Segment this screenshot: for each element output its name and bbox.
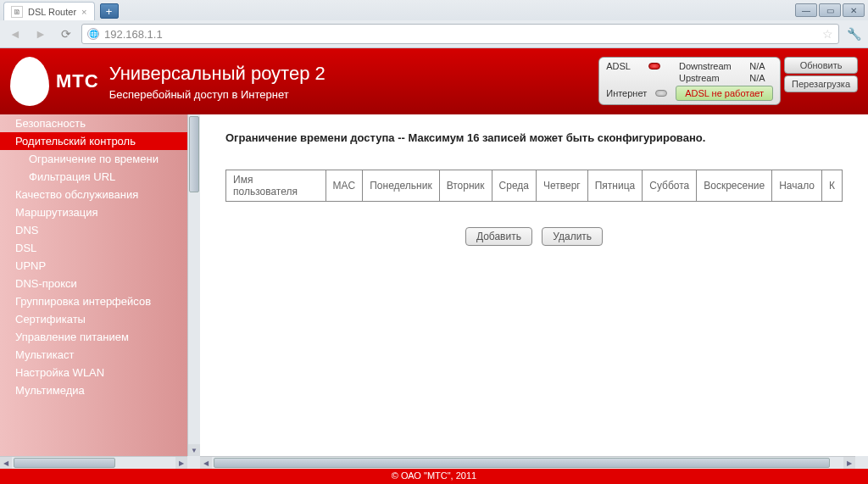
sidebar-item[interactable]: Фильтрация URL: [0, 168, 187, 186]
sidebar-item[interactable]: UPNP: [0, 257, 187, 275]
add-button[interactable]: Добавить: [465, 227, 532, 246]
page-subtitle: Бесперебойный доступ в Интернет: [109, 88, 326, 101]
new-tab-button[interactable]: +: [100, 3, 119, 19]
sidebar-item[interactable]: DNS-прокси: [0, 275, 187, 292]
content-hscrollbar[interactable]: ◀ ▶: [200, 456, 855, 469]
table-column-header: Суббота: [643, 170, 697, 202]
table-column-header: Четверг: [537, 170, 588, 202]
maximize-button[interactable]: ▭: [819, 3, 841, 17]
upstream-value: N/A: [749, 73, 773, 83]
downstream-value: N/A: [749, 61, 773, 71]
sidebar-item[interactable]: Маршрутизация: [0, 203, 187, 221]
reload-button[interactable]: ⟳: [56, 25, 76, 43]
url-text: 192.168.1.1: [104, 28, 817, 41]
time-restriction-table: Имя пользователяMACПонедельникВторникСре…: [225, 170, 843, 202]
sidebar-item[interactable]: Настройка WLAN: [0, 364, 187, 381]
scrollbar-thumb[interactable]: [214, 458, 830, 468]
settings-icon[interactable]: 🔧: [844, 25, 863, 43]
address-bar[interactable]: 🌐 192.168.1.1 ☆: [81, 24, 839, 44]
scrollbar-thumb[interactable]: [14, 458, 115, 468]
browser-chrome: 🗎 DSL Router × + — ▭ ✕ ◄ ► ⟳ 🌐 192.168.1…: [0, 0, 868, 48]
scrollbar-corner: [187, 456, 200, 469]
refresh-button[interactable]: Обновить: [784, 57, 858, 74]
table-column-header: MAC: [326, 170, 363, 202]
internet-led-icon: [655, 90, 667, 97]
scrollbar-thumb[interactable]: [189, 116, 199, 192]
scroll-right-icon[interactable]: ▶: [843, 457, 855, 469]
sidebar-vscrollbar[interactable]: ▼: [187, 114, 200, 456]
globe-icon: 🌐: [87, 28, 99, 40]
page-footer: © ОАО "МТС", 2011: [0, 469, 868, 484]
sidebar-item[interactable]: Мультикаст: [0, 346, 187, 364]
close-window-button[interactable]: ✕: [843, 3, 865, 17]
table-column-header: Начало: [772, 170, 822, 202]
table-column-header: Вторник: [439, 170, 492, 202]
table-column-header: К: [822, 170, 843, 202]
sidebar-hscrollbar[interactable]: ◀ ▶: [0, 456, 187, 469]
sidebar-item[interactable]: Управление питанием: [0, 328, 187, 346]
sidebar-item[interactable]: DSL: [0, 239, 187, 257]
table-column-header: Среда: [492, 170, 536, 202]
close-icon[interactable]: ×: [81, 7, 86, 17]
page-title: Универсальный роутер 2: [109, 63, 326, 85]
forward-button[interactable]: ►: [31, 25, 51, 43]
router-page: МТС Универсальный роутер 2 Бесперебойный…: [0, 48, 868, 484]
scroll-left-icon[interactable]: ◀: [200, 457, 212, 469]
content-heading: Ограничение времени доступа -- Максимум …: [225, 131, 843, 144]
scrollbar-corner: [855, 456, 868, 469]
upstream-label: Upstream: [679, 73, 739, 83]
internet-label: Интернет: [606, 88, 647, 98]
sidebar-item[interactable]: Сертификаты: [0, 310, 187, 328]
adsl-led-icon: [648, 63, 660, 70]
sidebar-item[interactable]: Мультимедиа: [0, 381, 187, 399]
page-header: МТС Универсальный роутер 2 Бесперебойный…: [0, 48, 868, 114]
sidebar-item[interactable]: Качество обслуживания: [0, 186, 187, 203]
logo: МТС: [10, 57, 99, 106]
table-column-header: Имя пользователя: [226, 170, 326, 202]
scroll-right-icon[interactable]: ▶: [175, 457, 187, 469]
egg-icon: [10, 57, 49, 106]
browser-tab[interactable]: 🗎 DSL Router ×: [3, 2, 95, 20]
tab-title: DSL Router: [28, 7, 76, 17]
sidebar-item[interactable]: Родительский контроль: [0, 132, 187, 150]
scroll-down-icon[interactable]: ▼: [188, 444, 200, 456]
scroll-left-icon[interactable]: ◀: [0, 457, 12, 469]
table-column-header: Воскресение: [697, 170, 772, 202]
sidebar-item[interactable]: Ограничение по времени: [0, 150, 187, 168]
table-column-header: Понедельник: [363, 170, 439, 202]
brand-text: МТС: [56, 70, 99, 92]
adsl-error-badge: ADSL не работает: [676, 86, 773, 101]
back-button[interactable]: ◄: [5, 25, 25, 43]
sidebar-item[interactable]: DNS: [0, 221, 187, 239]
status-panel: ADSL Downstream N/A Upstream N/A Интерне…: [598, 57, 858, 105]
adsl-label: ADSL: [606, 61, 638, 71]
reboot-button[interactable]: Перезагрузка: [784, 75, 858, 92]
sidebar-item[interactable]: Безопасность: [0, 114, 187, 132]
table-column-header: Пятница: [587, 170, 643, 202]
content-area: Ограничение времени доступа -- Максимум …: [200, 114, 868, 469]
bookmark-icon[interactable]: ☆: [822, 27, 833, 41]
downstream-label: Downstream: [679, 61, 739, 71]
remove-button[interactable]: Удалить: [542, 227, 603, 246]
sidebar: БезопасностьРодительский контрольОгранич…: [0, 114, 200, 469]
sidebar-item[interactable]: Группировка интерфейсов: [0, 292, 187, 310]
minimize-button[interactable]: —: [795, 3, 817, 17]
page-icon: 🗎: [11, 6, 23, 18]
